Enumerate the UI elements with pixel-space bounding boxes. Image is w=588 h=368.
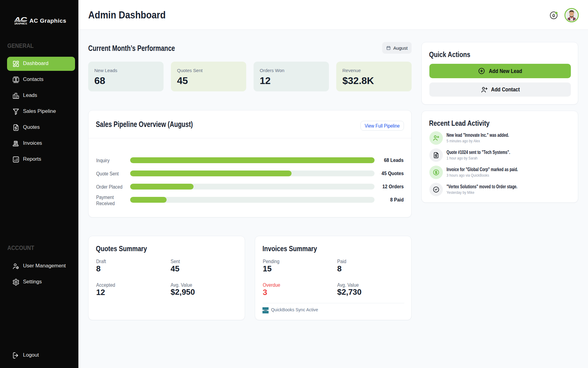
svg-text:GRAPHICS.: GRAPHICS. <box>14 22 27 25</box>
